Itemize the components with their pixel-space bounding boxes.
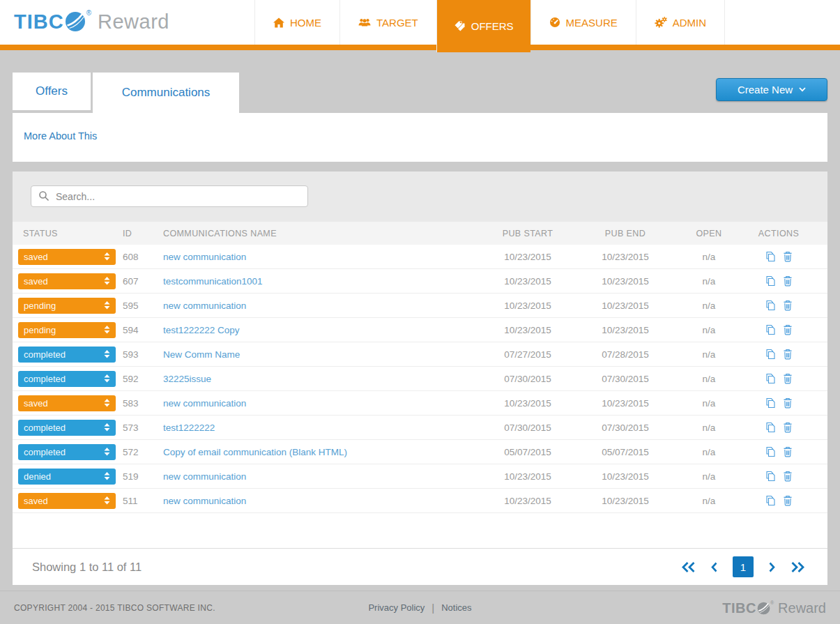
copy-icon[interactable] — [765, 495, 776, 506]
search-section — [13, 172, 827, 222]
communication-id: 519 — [123, 471, 163, 482]
communication-id: 511 — [123, 496, 163, 506]
page-number-button[interactable]: 1 — [733, 556, 754, 577]
header-accent-bar — [0, 45, 840, 50]
delete-icon[interactable] — [783, 324, 793, 335]
copy-icon[interactable] — [765, 300, 776, 311]
copy-icon[interactable] — [765, 275, 776, 287]
table-row: saved 607 testcommunication1001 10/23/20… — [13, 269, 827, 294]
status-value: pending — [24, 325, 56, 335]
communication-name-link[interactable]: test1222222 — [163, 423, 215, 433]
delete-icon[interactable] — [783, 251, 793, 262]
more-about-this-link[interactable]: More About This — [24, 130, 97, 142]
pagination-summary: Showing 1 to 11 of 11 — [32, 561, 142, 574]
open-rate: n/a — [674, 423, 744, 433]
nav-item-offers[interactable]: OFFERS — [436, 0, 530, 52]
table-row: saved 511 new communication 10/23/2015 1… — [13, 489, 827, 513]
copy-icon[interactable] — [765, 397, 776, 409]
status-select[interactable]: saved — [18, 273, 116, 289]
delete-icon[interactable] — [783, 397, 793, 409]
chevron-down-icon — [799, 87, 806, 92]
tags-icon — [454, 20, 466, 32]
privacy-policy-link[interactable]: Privacy Policy — [368, 602, 425, 613]
tab-offers[interactable]: Offers — [13, 73, 91, 110]
nav-label: MEASURE — [566, 17, 618, 29]
main-content: Offers Communications Create New More Ab… — [0, 73, 840, 585]
communication-name-link[interactable]: new communication — [163, 471, 246, 482]
communication-name-link[interactable]: new communication — [163, 252, 246, 262]
communication-name-link[interactable]: New Comm Name — [163, 349, 240, 360]
copy-icon[interactable] — [765, 446, 776, 457]
select-arrows-icon — [104, 301, 110, 310]
status-select[interactable]: pending — [18, 322, 116, 338]
status-select[interactable]: denied — [18, 469, 116, 485]
pub-end-date: 10/23/2015 — [576, 471, 674, 482]
previous-page-button[interactable] — [710, 562, 718, 572]
status-select[interactable]: completed — [18, 371, 116, 387]
pub-end-date: 10/23/2015 — [576, 276, 674, 287]
first-page-button[interactable] — [682, 562, 696, 572]
nav-item-admin[interactable]: ADMIN — [636, 0, 725, 45]
open-rate: n/a — [674, 325, 744, 335]
tab-communications-label: Communications — [122, 86, 211, 100]
select-arrows-icon — [104, 252, 110, 261]
delete-icon[interactable] — [783, 275, 793, 287]
gauge-icon — [549, 17, 560, 28]
communication-name-link[interactable]: new communication — [163, 300, 246, 311]
open-rate: n/a — [674, 349, 744, 360]
search-input[interactable] — [31, 185, 308, 207]
nav-item-target[interactable]: TARGET — [339, 0, 436, 45]
status-select[interactable]: saved — [18, 493, 116, 509]
col-header-pub-start: PUB START — [479, 229, 576, 238]
communication-name-link[interactable]: Copy of email communication (Blank HTML) — [163, 447, 347, 457]
nav-label: HOME — [290, 17, 321, 29]
delete-icon[interactable] — [783, 300, 793, 311]
delete-icon[interactable] — [783, 349, 793, 360]
communication-id: 593 — [123, 349, 163, 360]
copy-icon[interactable] — [765, 349, 776, 360]
open-rate: n/a — [674, 447, 744, 457]
delete-icon[interactable] — [783, 495, 793, 506]
copyright-text: COPYRIGHT 2004 - 2015 TIBCO SOFTWARE INC… — [14, 603, 215, 613]
delete-icon[interactable] — [783, 446, 793, 457]
communication-name-link[interactable]: test1222222 Copy — [163, 325, 240, 335]
copy-icon[interactable] — [765, 324, 776, 335]
delete-icon[interactable] — [783, 422, 793, 433]
copy-icon[interactable] — [765, 251, 776, 262]
select-arrows-icon — [104, 496, 110, 505]
status-select[interactable]: completed — [18, 444, 116, 460]
status-select[interactable]: completed — [18, 420, 116, 436]
copy-icon[interactable] — [765, 373, 776, 384]
communication-name-link[interactable]: testcommunication1001 — [163, 276, 263, 287]
status-value: completed — [24, 349, 66, 360]
col-header-status: STATUS — [18, 229, 123, 238]
open-rate: n/a — [674, 276, 744, 287]
pub-start-date: 10/23/2015 — [479, 276, 576, 287]
table-row: pending 594 test1222222 Copy 10/23/2015 … — [13, 318, 827, 342]
nav-item-home[interactable]: HOME — [254, 0, 339, 45]
table-row: completed 593 New Comm Name 07/27/2015 0… — [13, 342, 827, 367]
tab-communications[interactable]: Communications — [93, 73, 239, 113]
copy-icon[interactable] — [765, 422, 776, 433]
nav-item-measure[interactable]: MEASURE — [530, 0, 636, 45]
select-arrows-icon — [104, 448, 110, 456]
communication-name-link[interactable]: new communication — [163, 398, 246, 409]
notices-link[interactable]: Notices — [441, 602, 471, 613]
communication-id: 583 — [123, 398, 163, 409]
delete-icon[interactable] — [783, 373, 793, 384]
status-select[interactable]: completed — [18, 347, 116, 363]
create-new-button[interactable]: Create New — [716, 78, 827, 101]
copy-icon[interactable] — [765, 471, 776, 482]
pub-end-date: 10/23/2015 — [576, 398, 674, 409]
communication-name-link[interactable]: 32225issue — [163, 374, 211, 384]
status-select[interactable]: saved — [18, 249, 116, 265]
communication-name-link[interactable]: new communication — [163, 496, 246, 506]
next-page-button[interactable] — [768, 562, 776, 572]
last-page-button[interactable] — [791, 562, 804, 572]
status-select[interactable]: pending — [18, 298, 116, 314]
app-header: TIBC ® Reward HOME TARGET — [0, 0, 840, 45]
nav-label: OFFERS — [471, 20, 514, 32]
delete-icon[interactable] — [783, 471, 793, 482]
status-select[interactable]: saved — [18, 395, 116, 411]
select-arrows-icon — [104, 350, 110, 358]
